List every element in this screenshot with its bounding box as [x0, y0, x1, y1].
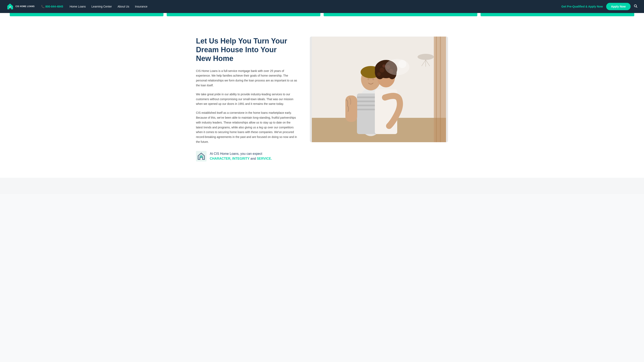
- green-bar-4: [480, 13, 634, 16]
- main-content: Let Us Help You Turn Your Dream House In…: [180, 20, 464, 174]
- svg-point-25: [380, 68, 384, 72]
- paragraph-2: We take great pride in our ability to pr…: [196, 92, 298, 106]
- svg-point-16: [368, 78, 369, 80]
- logo[interactable]: CIS HOME LOANS: [6, 3, 34, 10]
- tagline-text: At CIS Home Loans, you can expect CHARAC…: [210, 151, 272, 161]
- tagline-box: At CIS Home Loans, you can expect CHARAC…: [196, 151, 298, 161]
- nav-menu: Home Loans Learning Center About Us Insu…: [70, 5, 561, 8]
- phone-link[interactable]: 📞 800-844-4845: [41, 5, 63, 8]
- nav-home-loans[interactable]: Home Loans: [70, 5, 86, 8]
- logo-text: CIS HOME LOANS: [16, 5, 34, 8]
- search-button[interactable]: [634, 4, 638, 9]
- phone-icon: 📞: [41, 5, 44, 8]
- svg-point-29: [377, 72, 381, 76]
- green-bar-1: [10, 13, 164, 16]
- svg-point-17: [372, 78, 374, 80]
- paragraph-3: CIS established itself as a cornerstone …: [196, 110, 298, 144]
- apply-now-button[interactable]: Apply Now: [606, 3, 630, 10]
- green-bar-3: [324, 13, 477, 16]
- paragraph-1: CIS Home Loans is a full-service mortgag…: [196, 69, 298, 88]
- hero-image: [310, 36, 448, 142]
- main-heading: Let Us Help You Turn Your Dream House In…: [196, 36, 298, 63]
- content-right: [310, 36, 448, 142]
- svg-point-30: [385, 59, 410, 75]
- navbar: CIS HOME LOANS 📞 800-844-4845 Home Loans…: [0, 0, 644, 13]
- cis-house-icon: [196, 151, 206, 161]
- cta-text[interactable]: Get Pre-Qualified & Apply Now: [562, 5, 603, 8]
- phone-number: 800-844-4845: [45, 5, 63, 8]
- svg-point-32: [418, 54, 434, 60]
- svg-line-2: [636, 6, 637, 7]
- green-bar-2: [167, 13, 320, 16]
- tagline-and: and: [250, 157, 256, 160]
- search-icon: [634, 4, 638, 8]
- svg-point-31: [398, 60, 406, 68]
- nav-about-us[interactable]: About Us: [118, 5, 129, 8]
- nav-learning-center[interactable]: Learning Center: [92, 5, 112, 8]
- nav-insurance[interactable]: Insurance: [135, 5, 148, 8]
- couple-illustration: [310, 36, 448, 142]
- svg-rect-38: [440, 36, 441, 142]
- content-left: Let Us Help You Turn Your Dream House In…: [196, 36, 298, 161]
- svg-rect-18: [346, 95, 357, 122]
- svg-rect-37: [436, 36, 437, 142]
- logo-icon: [6, 3, 14, 10]
- bottom-section: [0, 178, 644, 194]
- green-bars-section: [0, 13, 644, 16]
